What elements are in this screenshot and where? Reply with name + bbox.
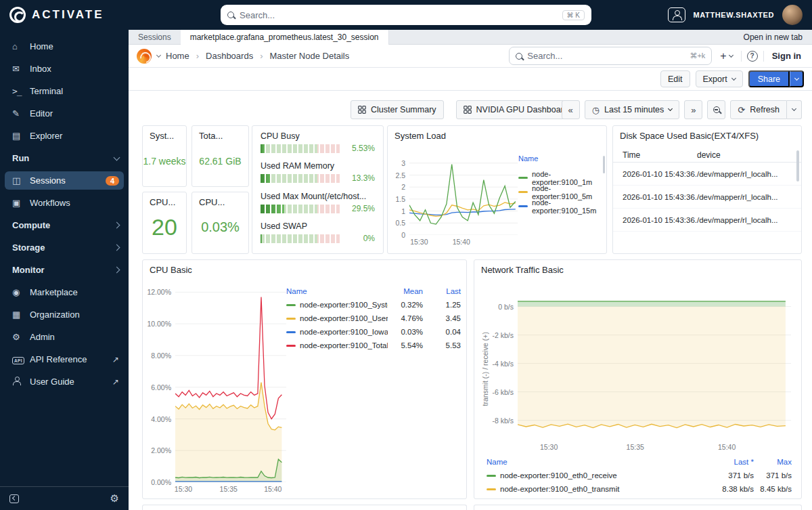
sidebar: ⌂ Home ✉ Inbox >_ Terminal ✎ Editor ▤ Ex… <box>0 30 129 510</box>
breadcrumb-current: Master Node Details <box>269 51 349 61</box>
legend-col-mean[interactable]: Mean <box>388 287 423 295</box>
workflows-icon: ▣ <box>12 198 30 208</box>
legend-header[interactable]: Name <box>518 154 602 163</box>
network-legend: Name Last * Max node-exporter:9100_eth0_… <box>487 455 792 496</box>
time-range-back-button[interactable]: « <box>562 100 580 119</box>
avatar[interactable] <box>782 5 803 25</box>
legend-item[interactable]: node-exporter:9100_5m <box>518 185 602 199</box>
legend-item[interactable]: node-exporter:9100_System 0.32% 1.25 <box>286 298 461 312</box>
legend-item[interactable]: node-exporter:9100_1m <box>518 171 602 185</box>
cluster-summary-link-button[interactable]: Cluster Summary <box>351 100 444 119</box>
zoom-out-button[interactable] <box>707 100 725 119</box>
sidebar-item-sessions[interactable]: ◫ Sessions 4 <box>0 169 129 192</box>
legend-item[interactable]: node-exporter:9100_15m <box>518 199 602 213</box>
legend-item[interactable]: node-exporter:9100_Iowait 0.03% 0.04 <box>286 325 461 339</box>
legend-item[interactable]: node-exporter:9100_eth0_receive 371 b/s … <box>487 469 792 482</box>
grafana-logo[interactable] <box>137 49 152 64</box>
org-switcher-chevron-icon[interactable] <box>156 52 161 57</box>
sidebar-item-workflows[interactable]: ▣ Workflows <box>0 192 129 214</box>
refresh-interval-caret[interactable] <box>787 100 802 119</box>
legend-col-last[interactable]: Last * <box>716 458 754 466</box>
share-button[interactable]: Share <box>748 70 790 87</box>
sidebar-group-compute[interactable]: Compute <box>0 214 129 236</box>
legend-item[interactable]: node-exporter:9100_eth0_transmit 8.38 kb… <box>487 482 792 496</box>
sign-in-button[interactable]: Sign in <box>772 51 801 61</box>
edit-button[interactable]: Edit <box>660 70 690 87</box>
settings-gear-icon[interactable]: ⚙ <box>110 492 119 505</box>
breadcrumb-home[interactable]: Home <box>166 51 189 61</box>
sidebar-item-inbox[interactable]: ✉ Inbox <box>0 58 129 80</box>
legend-col-max[interactable]: Max <box>754 458 792 466</box>
sidebar-group-label: Compute <box>12 220 50 230</box>
panel-title[interactable]: CPU... <box>143 192 186 207</box>
legend-col-last[interactable]: Last <box>423 287 461 295</box>
sidebar-item-editor[interactable]: ✎ Editor <box>0 102 129 125</box>
grafana-search-input[interactable] <box>527 51 685 61</box>
sidebar-group-run[interactable]: Run <box>0 147 129 169</box>
panel-title[interactable]: Tota... <box>192 126 248 141</box>
legend-col-name[interactable]: Name <box>286 287 388 295</box>
activate-logo[interactable]: ACTIVATE <box>9 7 104 23</box>
gauge-value: 5.53% <box>345 144 375 153</box>
cell-device: /dev/mapper/rl_localh... <box>697 193 801 201</box>
global-search[interactable]: ⌘ K <box>221 5 591 25</box>
nvidia-gpu-dashboard-link-button[interactable]: NVIDIA GPU Dashboard <box>456 100 576 119</box>
legend-item[interactable]: node-exporter:9100_User 4.76% 3.45 <box>286 312 461 325</box>
workspace-icon[interactable] <box>668 7 685 22</box>
legend-item[interactable]: node-exporter:9100_Total 5.54% 5.53 <box>286 339 461 352</box>
cell-time: 2026-01-10 15:43:36. <box>623 193 697 201</box>
sidebar-item-user-guide[interactable]: User Guide ↗ <box>0 370 129 393</box>
dashboard-grid-icon <box>358 106 366 114</box>
column-header-device[interactable]: device <box>697 150 801 160</box>
panel-title[interactable]: Disk Space Used Basic(EXT4/XFS) <box>613 126 801 141</box>
time-range-label: Last 15 minutes <box>604 105 664 114</box>
sidebar-item-explorer[interactable]: ▤ Explorer <box>0 125 129 147</box>
breadcrumb-dashboards[interactable]: Dashboards <box>206 51 253 61</box>
grafana-search[interactable]: ⌘+k <box>509 47 712 65</box>
sidebar-group-storage[interactable]: Storage <box>0 236 129 259</box>
tab-grafana-session[interactable]: marketplace.grafana_prometheus.latest_30… <box>181 30 389 45</box>
add-new-button[interactable]: + <box>717 50 735 62</box>
grafana-nav: Home › Dashboards › Master Node Details … <box>129 45 812 68</box>
series-name: node-exporter:9100_15m <box>532 198 602 215</box>
global-search-input[interactable] <box>240 10 557 20</box>
x-tick-label: 15:40 <box>259 485 286 493</box>
zoom-out-icon <box>713 106 720 113</box>
divider <box>763 51 764 62</box>
sidebar-item-terminal[interactable]: >_ Terminal <box>0 80 129 102</box>
refresh-button[interactable]: ⟳ Refresh <box>730 100 787 119</box>
tab-sessions[interactable]: Sessions <box>129 30 181 45</box>
panel-title[interactable]: CPU... <box>192 192 248 207</box>
gauge-swap: Used SWAP 0% <box>261 221 375 243</box>
system-load-legend: Name node-exporter:9100_1m node-exporter… <box>518 154 602 213</box>
legend-scrollbar[interactable] <box>603 156 605 173</box>
grafana-toolbar: Edit Export Share <box>129 68 812 91</box>
legend-col-name[interactable]: Name <box>487 458 716 466</box>
gauge-ram: Used RAM Memory 13.3% <box>261 161 375 183</box>
series-color-swatch <box>487 488 496 490</box>
time-range-picker[interactable]: ◷ Last 15 minutes <box>585 100 680 119</box>
sidebar-item-admin[interactable]: ⚙ Admin <box>0 326 129 348</box>
sidebar-item-api-reference[interactable]: API API Reference ↗ <box>0 348 129 370</box>
series-color-swatch <box>518 191 528 193</box>
table-scrollbar[interactable] <box>796 150 799 182</box>
column-header-time[interactable]: Time <box>623 150 697 160</box>
export-button[interactable]: Export <box>696 70 743 87</box>
share-menu-caret[interactable] <box>790 70 804 87</box>
collapse-sidebar-icon[interactable] <box>9 494 19 503</box>
marketplace-icon: ◉ <box>12 287 30 297</box>
sidebar-group-label: Run <box>12 153 29 163</box>
panel-title[interactable]: Syst... <box>143 126 186 141</box>
series-name: node-exporter:9100_User <box>300 314 388 322</box>
panel-title[interactable]: Network Traffic Basic <box>474 260 801 275</box>
open-in-new-tab-link[interactable]: Open in new tab <box>744 33 803 42</box>
sidebar-group-monitor[interactable]: Monitor <box>0 259 129 281</box>
panel-title[interactable]: CPU Basic <box>143 260 466 275</box>
sidebar-item-organization[interactable]: ▦ Organization <box>0 303 129 326</box>
refresh-icon: ⟳ <box>738 106 745 114</box>
time-range-forward-button[interactable]: » <box>684 100 702 119</box>
help-icon[interactable]: ? <box>747 51 758 62</box>
sidebar-item-marketplace[interactable]: ◉ Marketplace <box>0 281 129 303</box>
sidebar-item-home[interactable]: ⌂ Home <box>0 35 129 58</box>
panel-title[interactable]: System Load <box>388 126 606 141</box>
